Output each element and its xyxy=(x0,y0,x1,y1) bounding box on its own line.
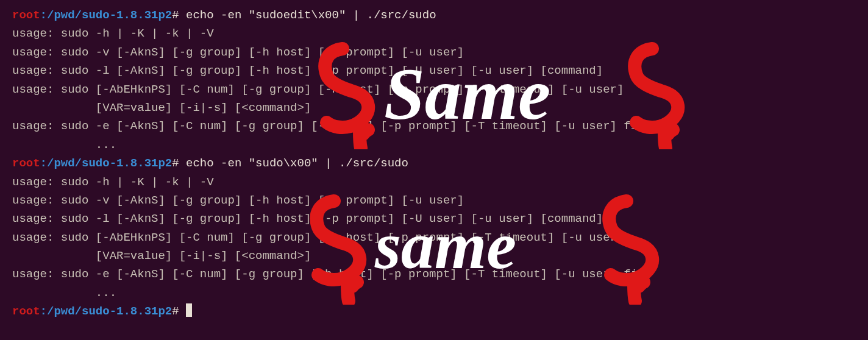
usage-line: usage: sudo [-AbEHknPS] [-C num] [-g gro… xyxy=(12,228,856,247)
usage-line: usage: sudo -h | -K | -k | -V xyxy=(12,173,856,191)
usage-line: usage: sudo -e [-AknS] [-C num] [-g grou… xyxy=(12,265,856,283)
command-line-1: root:/pwd/sudo-1.8.31p2# echo -en "sudoe… xyxy=(12,6,856,24)
usage-line: usage: sudo -e [-AknS] [-C num] [-g grou… xyxy=(12,117,856,135)
usage-line: usage: sudo -l [-AknS] [-g group] [-h ho… xyxy=(12,210,856,228)
usage-line: usage: sudo -h | -K | -k | -V xyxy=(12,24,856,43)
prompt-colon: : xyxy=(40,9,47,22)
usage-line: ... xyxy=(12,284,856,302)
usage-line: usage: sudo [-AbEHknPS] [-C num] [-g gro… xyxy=(12,80,856,99)
prompt-user: root xyxy=(12,305,40,318)
prompt-path: /pwd/sudo-1.8.31p2 xyxy=(47,305,172,318)
prompt-colon: : xyxy=(40,157,47,170)
usage-line: usage: sudo -v [-AknS] [-g group] [-h ho… xyxy=(12,43,856,62)
usage-line: ... xyxy=(12,136,856,154)
command-1: echo -en "sudoedit\x00" | ./src/sudo xyxy=(186,9,436,22)
prompt-path: /pwd/sudo-1.8.31p2 xyxy=(47,157,172,170)
prompt-hash: # xyxy=(172,305,186,318)
usage-line: usage: sudo -v [-AknS] [-g group] [-h ho… xyxy=(12,191,856,210)
prompt-user: root xyxy=(12,9,40,22)
command-line-3: root:/pwd/sudo-1.8.31p2# xyxy=(12,302,856,321)
usage-line: [VAR=value] [-i|-s] [<command>] xyxy=(12,99,856,117)
prompt-hash: # xyxy=(172,157,186,170)
prompt-user: root xyxy=(12,157,40,170)
terminal-output: root:/pwd/sudo-1.8.31p2# echo -en "sudoe… xyxy=(12,6,856,321)
prompt-path: /pwd/sudo-1.8.31p2 xyxy=(47,9,172,22)
prompt-hash: # xyxy=(172,9,186,22)
usage-line: usage: sudo -l [-AknS] [-g group] [-h ho… xyxy=(12,62,856,80)
command-2: echo -en "sudo\x00" | ./src/sudo xyxy=(186,157,408,170)
cursor-icon xyxy=(186,303,192,317)
command-line-2: root:/pwd/sudo-1.8.31p2# echo -en "sudo\… xyxy=(12,154,856,172)
prompt-colon: : xyxy=(40,305,47,318)
usage-line: [VAR=value] [-i|-s] [<command>] xyxy=(12,247,856,265)
